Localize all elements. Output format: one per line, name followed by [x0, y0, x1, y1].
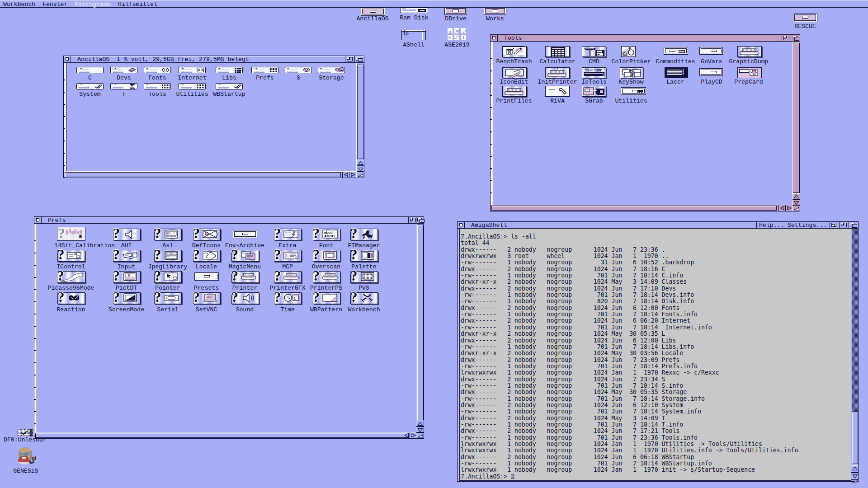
- svg-text:VNC: VNC: [207, 296, 212, 299]
- svg-text:1: 1: [294, 297, 296, 300]
- svg-text:?: ?: [629, 68, 634, 78]
- svg-text:ABCD: ABCD: [324, 234, 335, 238]
